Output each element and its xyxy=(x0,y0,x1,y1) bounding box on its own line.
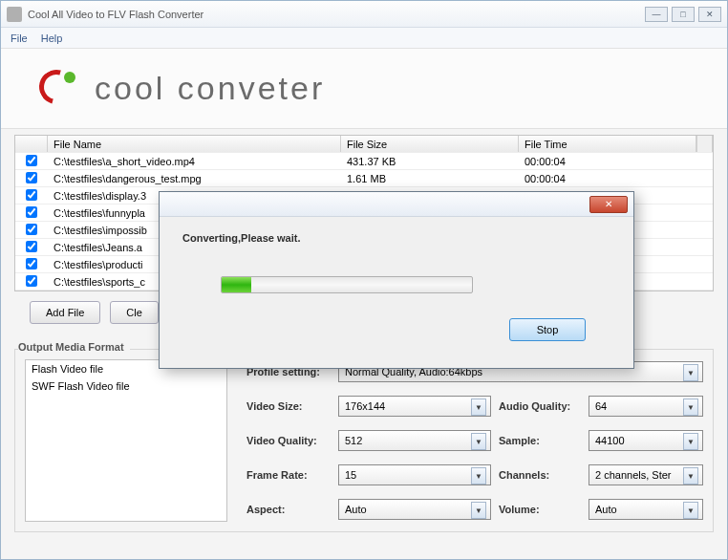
dialog-titlebar[interactable]: ✕ xyxy=(160,192,633,217)
progress-bar xyxy=(221,276,473,293)
modal-overlay: ✕ Converting,Please wait. Stop xyxy=(0,0,728,560)
progress-fill xyxy=(222,277,251,292)
output-group-label: Output Media Format xyxy=(18,341,130,353)
stop-button[interactable]: Stop xyxy=(509,318,586,341)
dialog-close-button[interactable]: ✕ xyxy=(589,196,628,213)
dialog-message: Converting,Please wait. xyxy=(182,232,610,244)
converting-dialog: ✕ Converting,Please wait. Stop xyxy=(159,191,634,369)
